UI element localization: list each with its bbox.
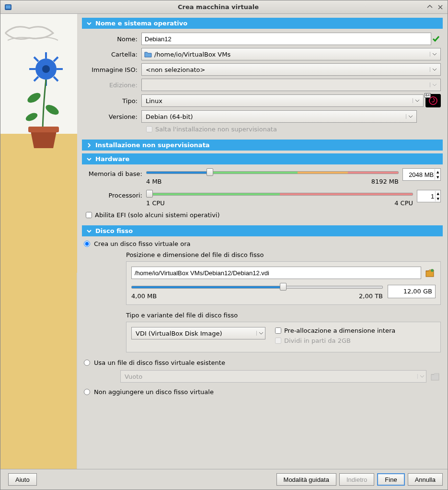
disk-format-combo[interactable]: VDI (VirtualBox Disk Image) [131, 327, 265, 339]
memory-max: 8192 MB [371, 178, 399, 185]
section-title: Installazione non supervisionata [95, 141, 210, 149]
disk-size-min: 4,00 MB [131, 292, 157, 300]
svg-point-5 [42, 65, 50, 73]
section-title: Hardware [95, 155, 129, 163]
type-value: Linux [144, 97, 413, 105]
chevron-down-icon [417, 374, 426, 379]
chevron-right-icon [86, 142, 92, 149]
existing-disk-browse [429, 371, 441, 382]
disk-position-label: Posizione e dimensione del file di disco… [126, 251, 441, 258]
chevron-down-icon [256, 331, 265, 336]
chevron-down-icon [86, 20, 92, 27]
footer: Aiuto Modalità guidata Indietro Fine Ann… [0, 469, 448, 490]
disk-path-input[interactable] [131, 267, 421, 279]
folder-label: Cartella: [84, 51, 141, 58]
name-input[interactable] [141, 33, 431, 45]
cpu-slider[interactable] [146, 190, 413, 198]
wizard-sidebar [0, 14, 77, 469]
version-combo[interactable]: Debian (64-bit) [141, 110, 417, 123]
disk-create-label: Crea un disco fisso virtuale ora [94, 240, 191, 247]
folder-icon [144, 51, 152, 58]
efi-label: Abilita EFI (solo alcuni sistemi operati… [95, 211, 220, 219]
os-icon [425, 94, 441, 107]
disk-create-radio[interactable] [84, 241, 90, 247]
disk-size-max: 2,00 TB [359, 292, 383, 300]
existing-disk-value: Vuoto [125, 373, 142, 380]
split-label: Dividi in parti da 2GB [284, 337, 351, 344]
svg-point-20 [431, 269, 434, 272]
folder-combo[interactable]: /home/io/VirtualBox VMs [141, 48, 441, 60]
chevron-down-icon [430, 82, 438, 87]
split-checkbox [275, 338, 281, 344]
section-title: Disco fisso [95, 227, 133, 234]
disk-type-label: Tipo e variante del file di disco fisso [126, 312, 441, 319]
efi-checkbox[interactable] [86, 212, 92, 218]
folder-value: /home/io/VirtualBox VMs [152, 51, 430, 58]
type-combo[interactable]: Linux [141, 94, 424, 107]
disk-existing-radio[interactable] [84, 360, 90, 366]
section-unattended[interactable]: Installazione non supervisionata [82, 140, 443, 151]
prealloc-checkbox[interactable] [275, 327, 281, 334]
cpu-label: Processori: [84, 190, 146, 199]
chevron-down-icon [86, 156, 92, 163]
cpu-min: 1 CPU [146, 199, 165, 207]
memory-spinbox[interactable]: ▲▼ [402, 168, 441, 181]
skip-unattended-checkbox [146, 126, 152, 132]
type-label: Tipo: [84, 97, 141, 105]
spin-down[interactable]: ▼ [435, 175, 440, 180]
iso-combo[interactable]: <non selezionato> [141, 63, 441, 76]
prealloc-row[interactable]: Pre-allocazione a dimensione intera [275, 327, 436, 334]
memory-min: 4 MB [146, 178, 162, 185]
iso-value: <non selezionato> [144, 66, 430, 73]
titlebar: Crea macchina virtuale [0, 0, 448, 14]
version-value: Debian (64-bit) [144, 113, 406, 120]
cpu-spinbox[interactable]: ▲▼ [417, 190, 441, 202]
split-row: Dividi in parti da 2GB [275, 337, 436, 344]
disk-existing-label: Usa un file di disco fisso virtuale esis… [94, 359, 225, 366]
section-title: Nome e sistema operativo [95, 20, 187, 27]
svg-rect-3 [0, 134, 77, 273]
spin-up[interactable]: ▲ [435, 169, 440, 175]
help-button[interactable]: Aiuto [8, 473, 37, 486]
edition-combo [141, 79, 441, 91]
window-title: Crea macchina virtuale [13, 3, 424, 11]
existing-disk-combo: Vuoto [120, 370, 426, 383]
svg-rect-21 [431, 374, 439, 380]
spin-up[interactable]: ▲ [435, 191, 440, 196]
chevron-down-icon [413, 98, 421, 103]
guided-mode-button[interactable]: Modalità guidata [276, 473, 336, 486]
chevron-down-icon [430, 67, 438, 72]
memory-slider[interactable] [146, 168, 399, 177]
memory-value[interactable] [403, 171, 435, 178]
edition-label: Edizione: [84, 82, 141, 89]
chevron-down-icon [430, 52, 438, 57]
disk-none-radio[interactable] [84, 389, 90, 395]
disk-size-value[interactable]: 12,00 GB [388, 285, 436, 298]
spin-down[interactable]: ▼ [435, 196, 440, 201]
section-disk[interactable]: Disco fisso [82, 225, 443, 236]
close-button[interactable] [436, 3, 445, 12]
svg-point-18 [429, 97, 437, 105]
version-label: Versione: [84, 113, 141, 120]
chevron-down-icon [406, 114, 414, 119]
svg-rect-1 [6, 5, 11, 9]
cpu-value[interactable] [417, 193, 435, 200]
minimize-button[interactable] [425, 3, 434, 12]
disk-format-value: VDI (VirtualBox Disk Image) [136, 330, 222, 337]
disk-size-slider[interactable] [131, 283, 383, 292]
section-hardware[interactable]: Hardware [82, 153, 443, 164]
cancel-button[interactable]: Annulla [408, 473, 443, 486]
skip-unattended-label: Salta l'installazione non supervisionata [155, 126, 277, 133]
back-button: Indietro [339, 473, 374, 486]
section-name-os[interactable]: Nome e sistema operativo [82, 18, 443, 29]
disk-browse-button[interactable] [424, 267, 436, 279]
app-icon [3, 2, 13, 12]
memory-label: Memoria di base: [84, 168, 146, 177]
iso-label: Immagine ISO: [84, 66, 141, 73]
prealloc-label: Pre-allocazione a dimensione intera [284, 327, 395, 334]
disk-none-label: Non aggiungere un disco fisso virtuale [94, 388, 214, 396]
svg-rect-17 [28, 127, 59, 132]
name-label: Nome: [84, 35, 141, 43]
finish-button[interactable]: Fine [377, 473, 404, 486]
chevron-down-icon [86, 228, 92, 234]
